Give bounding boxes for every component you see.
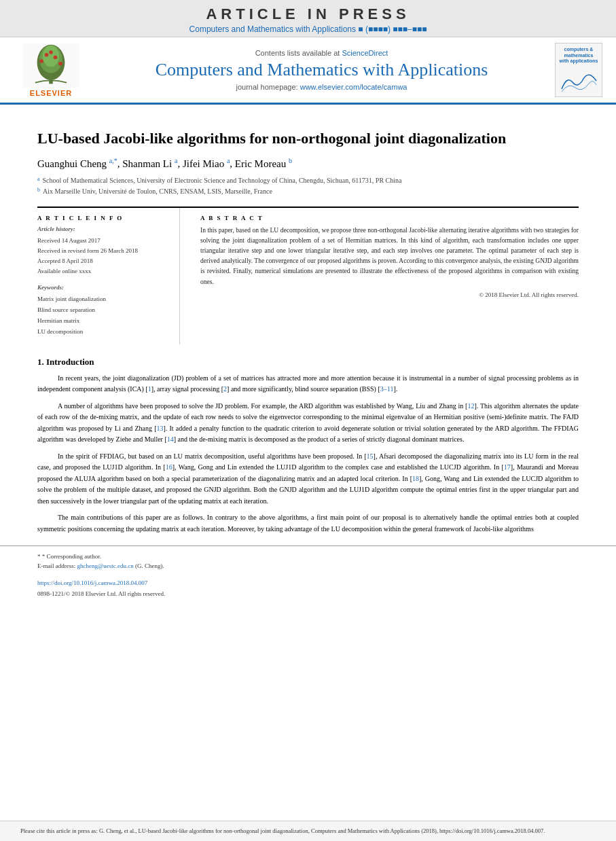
aip-title: ARTICLE IN PRESS (0, 5, 616, 23)
keywords-label: Keywords: (37, 284, 173, 291)
affil-b-text: Aix Marseille Univ, Université de Toulon… (43, 186, 272, 197)
journal-center: Contents lists available at ScienceDirec… (95, 49, 548, 91)
intro-para-1: In recent years, the joint diagonalizati… (37, 373, 579, 395)
article-title-section: LU-based Jacobi-like algorithms for non-… (37, 129, 579, 149)
page: ARTICLE IN PRESS Computers and Mathemati… (0, 0, 616, 841)
main-content: LU-based Jacobi-like algorithms for non-… (0, 105, 616, 535)
abstract-column: A B S T R A C T In this paper, based on … (194, 208, 579, 344)
thumb-title: computers &mathematicswith applications (560, 47, 598, 64)
journal-thumbnail: computers &mathematicswith applications (555, 43, 602, 97)
sciencedirect-line: Contents lists available at ScienceDirec… (95, 49, 548, 57)
svg-point-7 (54, 55, 58, 59)
bottom-notice: Please cite this article in press as: G.… (0, 821, 616, 841)
corresponding-author-note: * * Corresponding author. (37, 552, 579, 561)
affil-a-text: School of Mathematical Sciences, Univers… (43, 175, 402, 186)
two-column-section: A R T I C L E I N F O Article history: R… (37, 207, 579, 344)
author-email[interactable]: ghcheng@uestc.edu.cn (77, 562, 133, 569)
elsevier-logo: ELSEVIER (14, 43, 88, 97)
intro-para-4: The main contributions of this paper are… (37, 512, 579, 535)
abstract-heading: A B S T R A C T (200, 215, 579, 221)
article-info-heading: A R T I C L E I N F O (37, 215, 173, 221)
issn-text: 0898-1221/© 2018 Elsevier Ltd. All right… (37, 589, 579, 598)
homepage-link[interactable]: www.elsevier.com/locate/camwa (300, 83, 407, 91)
affil-row-b: b Aix Marseille Univ, Université de Toul… (37, 186, 579, 197)
article-title: LU-based Jacobi-like algorithms for non-… (37, 129, 579, 149)
keyword-3: Hermitian matrix (37, 315, 173, 326)
available-date: Available online xxxx (37, 266, 173, 276)
journal-homepage-line: journal homepage: www.elsevier.com/locat… (95, 83, 548, 91)
elsevier-tree-icon (20, 43, 81, 88)
journal-header: ELSEVIER Contents lists available at Sci… (0, 37, 616, 105)
footnote-area: * * Corresponding author. E-mail address… (0, 545, 616, 598)
svg-point-8 (58, 61, 62, 65)
svg-point-9 (49, 50, 53, 54)
aip-subtitle: Computers and Mathematics with Applicati… (0, 24, 616, 34)
affiliations: a School of Mathematical Sciences, Unive… (37, 175, 579, 197)
accepted-date: Accepted 8 April 2018 (37, 256, 173, 266)
thumb-wave-icon (560, 69, 598, 93)
keyword-1: Matrix joint diagonalization (37, 293, 173, 304)
abstract-copyright: © 2018 Elsevier Ltd. All rights reserved… (200, 291, 579, 298)
section-title: 1. Introduction (37, 357, 579, 368)
svg-point-6 (45, 52, 49, 56)
revised-date: Received in revised form 26 March 2018 (37, 246, 173, 256)
sciencedirect-link[interactable]: ScienceDirect (342, 49, 388, 57)
email-note: E-mail address: ghcheng@uestc.edu.cn (G.… (37, 561, 579, 571)
aip-banner: ARTICLE IN PRESS Computers and Mathemati… (0, 0, 616, 37)
article-info-column: A R T I C L E I N F O Article history: R… (37, 208, 180, 344)
doi-link[interactable]: https://doi.org/10.1016/j.camwa.2018.04.… (37, 579, 147, 586)
bottom-notice-text: Please cite this article in press as: G.… (20, 827, 596, 836)
intro-para-2: A number of algorithms have been propose… (37, 401, 579, 446)
introduction-section: 1. Introduction In recent years, the joi… (37, 357, 579, 535)
journal-name: Computers and Mathematics with Applicati… (95, 60, 548, 80)
intro-para-3: In the spirit of FFDIAG, but based on an… (37, 451, 579, 507)
elsevier-label: ELSEVIER (30, 89, 72, 97)
received-date: Received 14 August 2017 (37, 236, 173, 246)
affil-row-a: a School of Mathematical Sciences, Unive… (37, 175, 579, 186)
keyword-4: LU decomposition (37, 326, 173, 337)
keyword-2: Blind source separation (37, 304, 173, 315)
authors-line: Guanghui Cheng a,*, Shanman Li a, Jifei … (37, 157, 579, 170)
svg-point-5 (39, 59, 43, 63)
abstract-text: In this paper, based on the LU decomposi… (200, 226, 579, 287)
article-history-label: Article history: (37, 226, 173, 232)
